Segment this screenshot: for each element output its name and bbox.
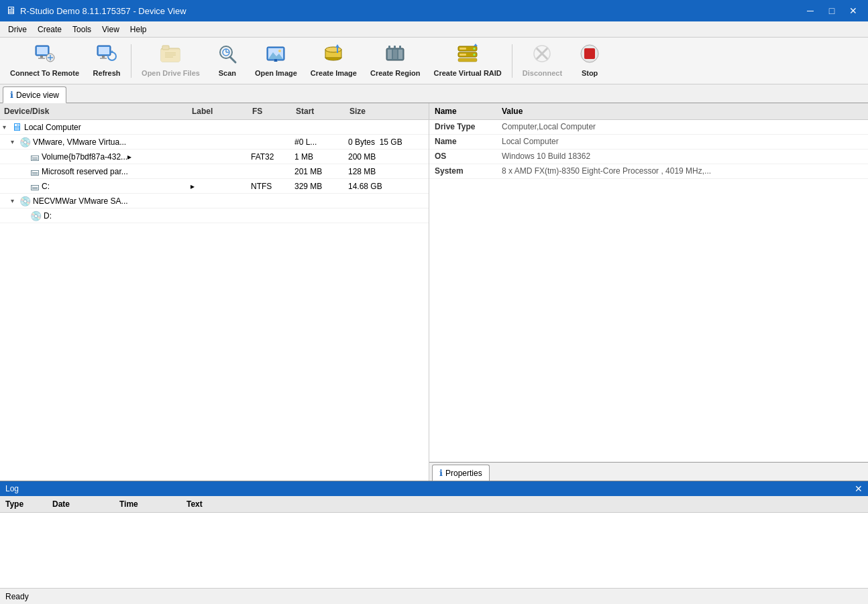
disconnect-button[interactable]: Disconnect: [517, 40, 568, 82]
col-header-device: Device/Disk: [0, 105, 188, 117]
create-region-icon: [384, 43, 406, 68]
close-button[interactable]: ✕: [844, 4, 863, 17]
prop-value: Computer,Local Computer: [496, 120, 868, 134]
app-title: R-Studio Demo 8.11.175357 - Device View: [20, 6, 186, 16]
drive-icon: 💿: [19, 137, 31, 147]
col-header-start: Start: [292, 105, 345, 117]
svg-point-45: [474, 48, 476, 50]
log-col-text: Text: [181, 498, 868, 510]
svg-rect-43: [459, 48, 466, 50]
open-image-label: Open Image: [255, 69, 297, 78]
props-col-value-header: Value: [496, 105, 868, 117]
statusbar: Ready: [0, 588, 868, 604]
device-name: C:: [42, 182, 50, 191]
col-header-fs: FS: [248, 105, 292, 117]
titlebar: 🖥 R-Studio Demo 8.11.175357 - Device Vie…: [0, 0, 868, 21]
menu-drive[interactable]: Drive: [3, 23, 32, 36]
create-image-icon: [323, 43, 344, 68]
open-image-button[interactable]: Open Image: [249, 40, 303, 82]
svg-rect-3: [38, 58, 45, 59]
toolbar: Connect To Remote Refresh: [0, 38, 868, 84]
log-col-date: Date: [47, 498, 114, 510]
device-name: Microsoft reserved par...: [42, 167, 128, 176]
props-row: Drive Type Computer,Local Computer: [429, 120, 868, 135]
svg-rect-52: [584, 48, 595, 59]
menu-tools[interactable]: Tools: [67, 23, 97, 36]
prop-name: Name: [429, 135, 496, 149]
device-start: 1 MB: [292, 152, 345, 162]
table-row[interactable]: ▾ 💿 NECVMWar VMware SA...: [0, 194, 429, 208]
device-fs: NTFS: [248, 182, 292, 191]
create-virtual-raid-icon: [457, 43, 478, 68]
volume-icon: 🖴: [30, 152, 40, 162]
create-region-label: Create Region: [370, 69, 421, 78]
menu-help[interactable]: Help: [125, 23, 152, 36]
open-drive-files-button[interactable]: Open Drive Files: [135, 40, 206, 82]
table-row[interactable]: 🖴 Volume{b7bdf87a-432...▸ FAT32 1 MB 200…: [0, 149, 429, 164]
device-name: Volume{b7bdf87a-432...▸: [42, 152, 131, 162]
stop-button[interactable]: Stop: [569, 40, 610, 82]
volume-icon: 🖴: [30, 166, 40, 177]
open-drive-files-label: Open Drive Files: [142, 69, 200, 78]
table-row[interactable]: 💿 D:: [0, 208, 429, 223]
device-name: D:: [44, 211, 52, 221]
device-name: Local Computer: [24, 123, 81, 132]
expand-icon: ▾: [3, 123, 9, 131]
optical-icon: 💿: [30, 210, 42, 221]
toolbar-separator-2: [512, 44, 512, 78]
connect-remote-icon: [34, 43, 56, 68]
table-row[interactable]: 🖴 C: ▸ NTFS 329 MB 14.68 GB: [0, 179, 429, 194]
create-image-label: Create Image: [311, 69, 357, 78]
properties-panel: Name Value Drive Type Computer,Local Com…: [429, 103, 868, 481]
svg-rect-2: [40, 56, 43, 58]
svg-rect-34: [388, 50, 392, 59]
create-image-button[interactable]: Create Image: [305, 40, 363, 82]
menubar: Drive Create Tools View Help: [0, 21, 868, 38]
computer-icon: 🖥: [11, 121, 22, 133]
refresh-button[interactable]: Refresh: [87, 40, 127, 82]
table-row[interactable]: 🖴 Microsoft reserved par... 201 MB 128 M…: [0, 164, 429, 179]
device-column-headers: Device/Disk Label FS Start Size: [0, 103, 429, 120]
svg-line-19: [230, 57, 235, 62]
status-text: Ready: [5, 592, 29, 601]
table-row[interactable]: ▾ 🖥 Local Computer: [0, 120, 429, 135]
open-drive-files-icon: [160, 43, 181, 68]
device-name: VMware, VMware Virtua...: [33, 137, 126, 147]
log-columns: Type Date Time Text: [0, 496, 868, 513]
tab-device-view[interactable]: ℹ Device view: [3, 86, 66, 103]
stop-label: Stop: [582, 69, 598, 78]
create-region-button[interactable]: Create Region: [364, 40, 427, 82]
connect-remote-button[interactable]: Connect To Remote: [4, 40, 85, 82]
properties-tab-label: Properties: [445, 469, 482, 478]
svg-rect-9: [102, 56, 105, 58]
prop-value: 8 x AMD FX(tm)-8350 Eight-Core Processor…: [496, 164, 868, 178]
props-tab-bar: ℹ Properties: [429, 462, 868, 481]
svg-point-26: [278, 50, 281, 52]
table-row[interactable]: ▾ 💿 VMware, VMware Virtua... #0 L... 0 B…: [0, 135, 429, 149]
props-column-headers: Name Value: [429, 103, 868, 120]
log-header: Log ✕: [0, 481, 868, 496]
svg-rect-38: [394, 46, 396, 49]
device-tree: ▾ 🖥 Local Computer ▾ 💿 VMware, VMware Vi…: [0, 120, 429, 481]
refresh-icon: [96, 43, 117, 68]
create-virtual-raid-button[interactable]: Create Virtual RAID: [428, 40, 508, 82]
menu-view[interactable]: View: [97, 23, 125, 36]
scan-icon: [217, 43, 238, 68]
expand-icon: ▾: [11, 138, 17, 145]
svg-rect-8: [99, 47, 109, 54]
device-panel: Device/Disk Label FS Start Size ▾ 🖥 Loca…: [0, 103, 429, 481]
menu-create[interactable]: Create: [32, 23, 67, 36]
prop-value: Windows 10 Build 18362: [496, 149, 868, 164]
device-size: 14.68 GB: [345, 182, 406, 191]
tab-properties[interactable]: ℹ Properties: [432, 465, 490, 481]
log-close-button[interactable]: ✕: [855, 483, 863, 494]
maximize-button[interactable]: □: [822, 4, 841, 17]
log-content: [0, 513, 868, 588]
app-icon: 🖥: [5, 5, 16, 17]
device-start: 201 MB: [292, 167, 345, 176]
stop-icon: [579, 43, 600, 68]
svg-rect-35: [393, 50, 397, 59]
minimize-button[interactable]: ─: [801, 4, 820, 17]
svg-rect-27: [274, 59, 277, 62]
scan-button[interactable]: Scan: [207, 40, 248, 82]
